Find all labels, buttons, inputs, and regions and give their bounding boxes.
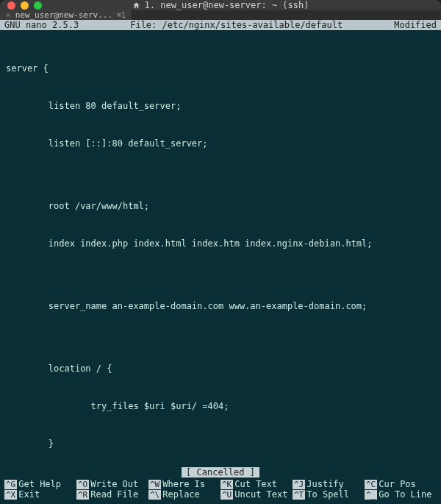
nano-header: GNU nano 2.5.3 File: /etc/nginx/sites-av… xyxy=(0,20,441,30)
shortcut-exit[interactable]: ^XExit xyxy=(4,489,76,500)
nano-file-label: File: /etc/nginx/sites-available/default xyxy=(79,20,394,30)
key-label: ^G xyxy=(4,480,17,489)
shortcut-label: Exit xyxy=(18,489,40,500)
shortcut-get-help[interactable]: ^GGet Help xyxy=(4,479,76,489)
terminal-window: 1. new_user@new-server: ~ (ssh) × new_us… xyxy=(0,0,441,504)
code-line: listen [::]:80 default_server; xyxy=(6,138,435,150)
shortcut-label: Replace xyxy=(162,489,200,500)
key-label: ^K xyxy=(220,480,233,489)
close-window-button[interactable] xyxy=(7,1,15,10)
shortcut-where-is[interactable]: ^WWhere Is xyxy=(148,479,220,489)
shortcut-label: To Spell xyxy=(306,489,349,500)
nano-status-message: [ Cancelled ] xyxy=(182,467,259,478)
key-label: ^X xyxy=(4,490,17,500)
shortcut-label: Uncut Text xyxy=(234,489,287,500)
code-line: listen 80 default_server; xyxy=(6,100,435,113)
code-line: location / { xyxy=(6,363,435,375)
shortcut-to-spell[interactable]: ^TTo Spell xyxy=(293,489,365,500)
footer-row-1: ^GGet Help ^OWrite Out ^WWhere Is ^KCut … xyxy=(4,479,437,489)
key-label: ^C xyxy=(365,480,377,489)
shortcut-label: Justify xyxy=(306,479,344,489)
shortcut-read-file[interactable]: ^RRead File xyxy=(76,489,148,500)
shortcut-label: Where Is xyxy=(162,479,205,489)
shortcut-label: Go To Line xyxy=(379,489,431,500)
close-tab-icon[interactable]: × xyxy=(6,10,11,20)
key-label: ^\ xyxy=(148,490,161,500)
shortcut-go-to-line[interactable]: ^_Go To Line xyxy=(365,489,437,500)
key-label: ^_ xyxy=(365,490,377,500)
nano-version: GNU nano 2.5.3 xyxy=(4,20,79,30)
code-line: index index.php index.html index.htm ind… xyxy=(6,238,435,250)
shortcut-label: Cut Text xyxy=(234,479,277,489)
home-icon xyxy=(132,1,140,10)
tab-shortcut: ⌘1 xyxy=(117,11,126,19)
traffic-lights xyxy=(7,1,42,10)
shortcut-label: Read File xyxy=(90,489,138,500)
code-line: server { xyxy=(6,63,435,75)
key-label: ^W xyxy=(148,480,161,489)
shortcut-label: Write Out xyxy=(90,479,138,489)
shortcut-uncut-text[interactable]: ^UUncut Text xyxy=(220,489,293,500)
nano-footer: ^GGet Help ^OWrite Out ^WWhere Is ^KCut … xyxy=(0,478,441,504)
shortcut-write-out[interactable]: ^OWrite Out xyxy=(76,479,148,489)
shortcut-label: Cur Pos xyxy=(379,479,416,489)
maximize-window-button[interactable] xyxy=(34,1,42,10)
code-line: try_files $uri $uri/ =404; xyxy=(6,400,435,413)
window-title: 1. new_user@new-server: ~ (ssh) xyxy=(145,0,309,10)
minimize-window-button[interactable] xyxy=(21,1,29,10)
editor-area[interactable]: server { listen 80 default_server; liste… xyxy=(0,30,441,466)
key-label: ^O xyxy=(76,480,89,489)
shortcut-label: Get Help xyxy=(18,479,61,489)
key-label: ^J xyxy=(293,480,305,489)
code-line: server_name an-example-domain.com www.an… xyxy=(6,300,435,313)
shortcut-cur-pos[interactable]: ^CCur Pos xyxy=(365,479,437,489)
titlebar: 1. new_user@new-server: ~ (ssh) xyxy=(0,0,441,10)
terminal-tab[interactable]: × new_user@new-serv... ⌘1 xyxy=(0,10,132,20)
code-line: root /var/www/html; xyxy=(6,200,435,213)
key-label: ^T xyxy=(293,490,305,500)
key-label: ^R xyxy=(76,490,89,500)
key-label: ^U xyxy=(220,490,233,500)
code-line: } xyxy=(6,438,435,450)
tab-label: new_user@new-serv... xyxy=(15,10,112,20)
footer-row-2: ^XExit ^RRead File ^\Replace ^UUncut Tex… xyxy=(4,489,437,500)
shortcut-replace[interactable]: ^\Replace xyxy=(148,489,220,500)
tab-bar: × new_user@new-serv... ⌘1 xyxy=(0,10,441,20)
nano-modified-label: Modified xyxy=(394,20,437,30)
shortcut-cut-text[interactable]: ^KCut Text xyxy=(220,479,293,489)
nano-status-row: [ Cancelled ] xyxy=(0,466,441,478)
shortcut-justify[interactable]: ^JJustify xyxy=(293,479,365,489)
